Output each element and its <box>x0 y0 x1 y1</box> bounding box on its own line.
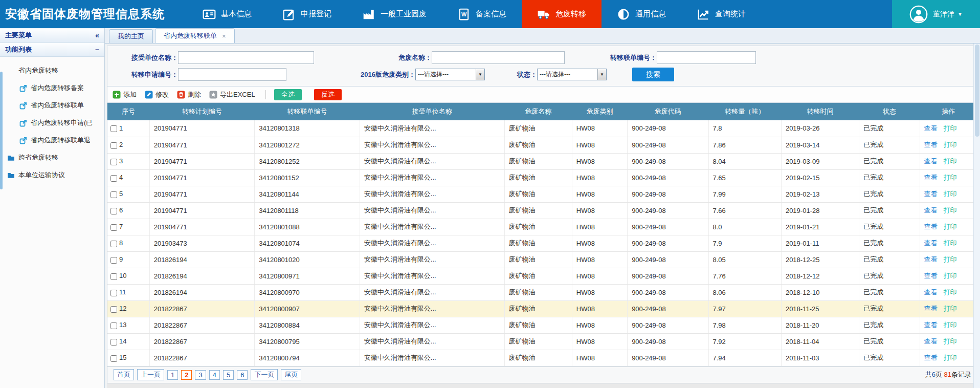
tab-1[interactable]: 省内危废转移联单× <box>155 28 235 43</box>
table-row[interactable]: 1420182286734120800795安徽中久润滑油有限公...废矿物油H… <box>107 333 977 350</box>
print-link[interactable]: 打印 <box>944 272 957 279</box>
row-checkbox[interactable] <box>110 273 117 280</box>
nav-item-edit[interactable]: 申报登记 <box>267 0 347 28</box>
invert-select-button[interactable]: 反选 <box>314 89 342 100</box>
print-link[interactable]: 打印 <box>944 223 957 230</box>
table-row[interactable]: 1020182619434120800971安徽中久润滑油有限公...废矿物油H… <box>107 268 977 284</box>
nav-item-id-card[interactable]: 基本信息 <box>187 0 267 28</box>
edit-button[interactable]: 修改 <box>145 90 169 99</box>
view-link[interactable]: 查看 <box>924 239 938 247</box>
print-link[interactable]: 打印 <box>944 239 957 247</box>
print-link[interactable]: 打印 <box>944 157 957 165</box>
view-link[interactable]: 查看 <box>924 223 938 230</box>
print-link[interactable]: 打印 <box>944 190 957 198</box>
row-checkbox[interactable] <box>110 241 117 247</box>
tab-close-icon[interactable]: × <box>222 33 226 39</box>
search-button[interactable]: 搜索 <box>632 68 674 81</box>
nav-item-toggle[interactable]: 通用信息 <box>602 0 681 28</box>
view-link[interactable]: 查看 <box>924 321 938 329</box>
waste-name-input[interactable] <box>432 51 565 64</box>
view-link[interactable]: 查看 <box>924 206 938 214</box>
view-link[interactable]: 查看 <box>924 190 938 198</box>
function-list-minimize-icon[interactable]: − <box>95 46 99 54</box>
print-link[interactable]: 打印 <box>944 288 957 296</box>
table-row[interactable]: 920182619434120801020安徽中久润滑油有限公...废矿物油HW… <box>107 251 977 268</box>
view-link[interactable]: 查看 <box>924 174 938 181</box>
view-link[interactable]: 查看 <box>924 337 938 345</box>
print-link[interactable]: 打印 <box>944 124 957 132</box>
page-last[interactable]: 尾页 <box>281 369 301 380</box>
print-link[interactable]: 打印 <box>944 206 957 214</box>
view-link[interactable]: 查看 <box>924 124 938 132</box>
page-4[interactable]: 4 <box>209 370 220 380</box>
user-menu[interactable]: 董洋洋 ▼ <box>892 0 980 28</box>
table-row[interactable]: 1320182286734120800884安徽中久润滑油有限公...废矿物油H… <box>107 317 977 333</box>
view-link[interactable]: 查看 <box>924 354 938 361</box>
manifest-no-input[interactable] <box>657 51 756 64</box>
apply-no-input[interactable] <box>178 68 286 81</box>
vertical-scrollbar[interactable] <box>973 44 980 388</box>
row-checkbox[interactable] <box>110 224 117 231</box>
row-checkbox[interactable] <box>110 191 117 198</box>
page-1[interactable]: 1 <box>167 370 178 380</box>
page-6[interactable]: 6 <box>237 370 248 380</box>
print-link[interactable]: 打印 <box>944 255 957 263</box>
tree-item[interactable]: 跨省危废转移 <box>0 149 104 166</box>
select-all-button[interactable]: 全选 <box>274 89 302 100</box>
row-checkbox[interactable] <box>110 257 117 264</box>
tree-item[interactable]: 省内危废转移联单退 <box>0 132 104 149</box>
nav-item-chart-line[interactable]: 查询统计 <box>681 0 761 28</box>
page-2[interactable]: 2 <box>181 370 192 380</box>
table-row[interactable]: 1120182619434120800970安徽中久润滑油有限公...废矿物油H… <box>107 284 977 300</box>
row-checkbox[interactable] <box>110 159 117 165</box>
page-first[interactable]: 首页 <box>114 369 134 380</box>
table-row[interactable]: 320190477134120801252安徽中久润滑油有限公...废矿物油HW… <box>107 153 977 169</box>
status-select[interactable]: ---请选择--- ▼ <box>537 69 607 80</box>
sidebar-collapse-icon[interactable]: « <box>95 31 99 39</box>
page-5[interactable]: 5 <box>223 370 234 380</box>
table-row[interactable]: 1520182286734120800794安徽中久润滑油有限公...废矿物油H… <box>107 350 977 366</box>
print-link[interactable]: 打印 <box>944 305 957 312</box>
row-checkbox[interactable] <box>110 306 117 313</box>
table-row[interactable]: 420190477134120801152安徽中久润滑油有限公...废矿物油HW… <box>107 169 977 186</box>
row-checkbox[interactable] <box>110 142 117 149</box>
delete-button[interactable]: 删除 <box>177 90 201 99</box>
page-prev[interactable]: 上一页 <box>137 369 164 380</box>
tab-0[interactable]: 我的主页 <box>109 29 153 43</box>
category-select[interactable]: ---请选择--- ▼ <box>415 69 485 80</box>
table-row[interactable]: 620190477134120801118安徽中久润滑油有限公...废矿物油HW… <box>107 202 977 219</box>
table-row[interactable]: 520190477134120801144安徽中久润滑油有限公...废矿物油HW… <box>107 186 977 202</box>
row-checkbox[interactable] <box>110 125 117 132</box>
export-excel-button[interactable]: 导出EXCEL <box>209 90 255 99</box>
view-link[interactable]: 查看 <box>924 288 938 296</box>
table-row[interactable]: 720190477134120801088安徽中久润滑油有限公...废矿物油HW… <box>107 219 977 235</box>
receiver-name-input[interactable] <box>178 51 314 64</box>
table-row[interactable]: 1220182286734120800907安徽中久润滑油有限公...废矿物油H… <box>107 300 977 317</box>
row-checkbox[interactable] <box>110 290 117 296</box>
nav-item-factory[interactable]: 一般工业固废 <box>347 0 442 28</box>
row-checkbox[interactable] <box>110 322 117 329</box>
add-button[interactable]: 添加 <box>113 90 137 99</box>
scrollbar-thumb[interactable] <box>975 45 979 137</box>
print-link[interactable]: 打印 <box>944 354 957 361</box>
view-link[interactable]: 查看 <box>924 255 938 263</box>
print-link[interactable]: 打印 <box>944 174 957 181</box>
nav-item-word-doc[interactable]: W备案信息 <box>442 0 522 28</box>
nav-item-truck[interactable]: 危废转移 <box>522 0 602 28</box>
row-checkbox[interactable] <box>110 208 117 214</box>
table-row[interactable]: 120190477134120801318安徽中久润滑油有限公...废矿物油HW… <box>107 120 977 137</box>
row-checkbox[interactable] <box>110 339 117 346</box>
tree-item[interactable]: 本单位运输协议 <box>0 166 104 184</box>
table-row[interactable]: 820190347334120801074安徽中久润滑油有限公...废矿物油HW… <box>107 235 977 251</box>
view-link[interactable]: 查看 <box>924 305 938 312</box>
view-link[interactable]: 查看 <box>924 272 938 279</box>
tree-item[interactable]: 省内危废转移联单 <box>0 97 104 114</box>
print-link[interactable]: 打印 <box>944 321 957 329</box>
view-link[interactable]: 查看 <box>924 157 938 165</box>
print-link[interactable]: 打印 <box>944 337 957 345</box>
page-3[interactable]: 3 <box>195 370 206 380</box>
sidebar-scrollbar[interactable] <box>0 72 3 189</box>
row-checkbox[interactable] <box>110 175 117 182</box>
tree-item[interactable]: 省内危废转移备案 <box>0 79 104 97</box>
view-link[interactable]: 查看 <box>924 141 938 148</box>
